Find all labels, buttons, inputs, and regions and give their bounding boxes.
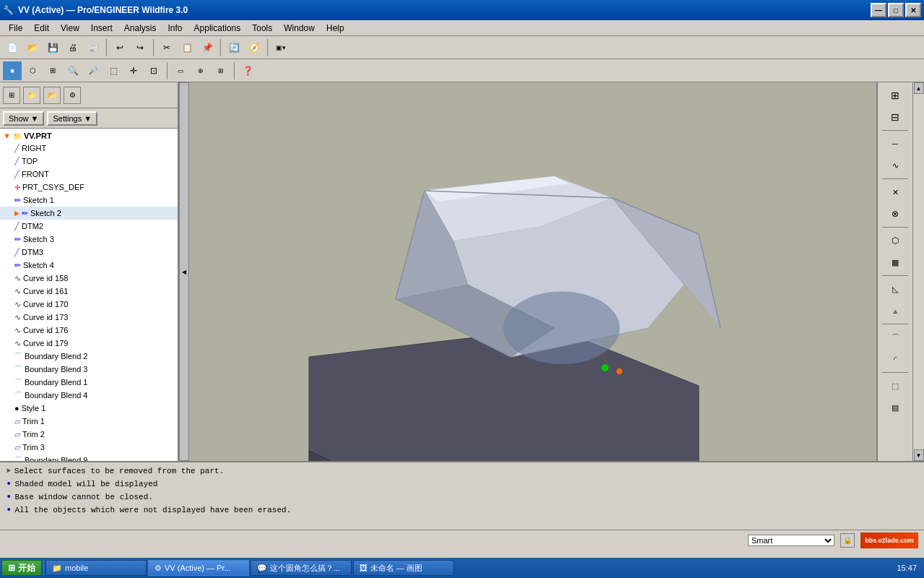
menu-help[interactable]: Help (321, 22, 350, 35)
taskbar-item-paint[interactable]: 🖼 未命名 — 画图 (353, 560, 454, 576)
tree-item-trim3[interactable]: ▱ Trim 3 (0, 441, 178, 454)
zoom-fit-button[interactable]: ⊡ (144, 61, 163, 80)
show-dropdown[interactable]: Show ▼ (3, 111, 44, 126)
shading-button[interactable]: ■ (3, 61, 22, 80)
toolbar2-sep-2 (234, 62, 235, 79)
coord-sys-toggle[interactable]: ⊞ (212, 61, 230, 80)
tree-item-trim2[interactable]: ▱ Trim 2 (0, 428, 178, 441)
cut-button[interactable]: ✂ (157, 38, 176, 57)
right-btn-12[interactable]: ◜ (882, 349, 908, 369)
right-btn-14[interactable]: ▤ (882, 397, 908, 418)
tree-item-curve170[interactable]: ∿ Curve id 170 (0, 298, 178, 311)
settings-dropdown[interactable]: Settings ▼ (47, 111, 97, 126)
tree-item-bb2[interactable]: ⌒ Boundary Blend 2 (0, 350, 178, 363)
wireframe-button[interactable]: ⬡ (23, 61, 42, 80)
tree-item-sketch3[interactable]: ✏ Sketch 3 (0, 233, 178, 246)
tree-label-curve176: Curve id 176 (23, 326, 68, 335)
taskbar-item-mobile[interactable]: 📁 mobile (45, 560, 147, 576)
tree-item-dtm2[interactable]: ╱ DTM2 (0, 220, 178, 233)
menu-tools[interactable]: Tools (246, 22, 278, 35)
tree-icon-btn-4[interactable]: ⚙ (64, 87, 81, 104)
tree-item-right[interactable]: ╱ RIGHT (0, 142, 178, 155)
tree-icon-btn-2[interactable]: 📁 (23, 87, 40, 104)
right-btn-7[interactable]: ⬡ (882, 230, 908, 251)
right-btn-13[interactable]: ⬚ (882, 376, 908, 396)
right-btn-2[interactable]: ⊟ (882, 107, 908, 127)
pan-button[interactable]: ✛ (124, 61, 143, 80)
copy-button[interactable]: 📋 (178, 38, 196, 57)
print2-button[interactable]: 📰 (84, 38, 103, 57)
tree-item-sketch2[interactable]: ▶ ✏ Sketch 2 (0, 207, 178, 220)
orient-button[interactable]: 🧭 (245, 38, 263, 57)
right-btn-1[interactable]: ⊞ (882, 85, 908, 105)
right-sep-1 (882, 130, 908, 131)
sketch-icon: ✏ (14, 235, 21, 244)
tree-item-dtm3[interactable]: ╱ DTM3 (0, 246, 178, 259)
tree-collapse-handle[interactable]: ◀ (179, 82, 189, 461)
menu-insert[interactable]: Insert (85, 22, 118, 35)
menu-analysis[interactable]: Analysis (118, 22, 162, 35)
repaint-button[interactable]: 🔄 (225, 38, 243, 57)
menu-file[interactable]: File (3, 22, 28, 35)
taskbar-item-question[interactable]: 💬 这个圆角怎么搞？... (250, 560, 352, 576)
print-button[interactable]: 🖨 (64, 38, 82, 57)
tree-item-curve158[interactable]: ∿ Curve id 158 (0, 272, 178, 285)
tree-item-curve173[interactable]: ∿ Curve id 173 (0, 311, 178, 324)
tree-item-curve161[interactable]: ∿ Curve id 161 (0, 285, 178, 298)
open-button[interactable]: 📂 (23, 38, 42, 57)
tree-item-csys[interactable]: ✛ PRT_CSYS_DEF (0, 181, 178, 194)
maximize-button[interactable]: □ (888, 3, 904, 17)
right-btn-5[interactable]: ✕ (882, 182, 908, 202)
datum-axis-toggle[interactable]: ⊕ (191, 61, 210, 80)
tree-item-style1[interactable]: ● Style 1 (0, 402, 178, 415)
tree-icon-btn-1[interactable]: ⊞ (3, 87, 20, 104)
zoom-out-button[interactable]: 🔎 (84, 61, 103, 80)
tree-item-bb4[interactable]: ⌒ Boundary Blend 4 (0, 389, 178, 402)
scroll-up[interactable]: ▲ (914, 82, 924, 94)
zoom-area-button[interactable]: ⬚ (104, 61, 123, 80)
root-label: VV.PRT (24, 131, 52, 140)
viewport[interactable] (179, 82, 876, 461)
tree-item-bb1[interactable]: ⌒ Boundary Blend 1 (0, 376, 178, 389)
scroll-down[interactable]: ▼ (914, 449, 924, 461)
menu-info[interactable]: Info (162, 22, 188, 35)
minimize-button[interactable]: — (871, 3, 886, 17)
menu-view[interactable]: View (55, 22, 85, 35)
menu-applications[interactable]: Applications (188, 22, 247, 35)
right-btn-4[interactable]: ∿ (882, 155, 908, 176)
close-button[interactable]: ✕ (905, 3, 921, 17)
right-btn-3[interactable]: ─ (882, 134, 908, 154)
tree-item-sketch4[interactable]: ✏ Sketch 4 (0, 259, 178, 272)
smart-selector[interactable]: Smart (748, 535, 834, 546)
tree-item-curve179[interactable]: ∿ Curve id 179 (0, 337, 178, 350)
menu-window[interactable]: Window (278, 22, 321, 35)
zoom-in-button[interactable]: 🔍 (64, 61, 82, 80)
right-btn-8[interactable]: ▦ (882, 252, 908, 272)
menu-edit[interactable]: Edit (28, 22, 55, 35)
tree-item-trim1[interactable]: ▱ Trim 1 (0, 415, 178, 428)
tree-item-sketch1[interactable]: ✏ Sketch 1 (0, 194, 178, 207)
tree-item-top[interactable]: ╱ TOP (0, 155, 178, 168)
hidden-line-button[interactable]: ⊞ (43, 61, 62, 80)
datum-plane-toggle[interactable]: ▭ (171, 61, 190, 80)
tree-icon-btn-3[interactable]: 📂 (43, 87, 61, 104)
taskbar-item-proengineer[interactable]: ⚙ VV (Active) — Pr... (148, 560, 249, 576)
new-button[interactable]: 📄 (3, 38, 22, 57)
right-btn-10[interactable]: ⟁ (882, 301, 908, 321)
start-button[interactable]: ⊞ 开始 (1, 560, 42, 576)
undo-button[interactable]: ↩ (110, 38, 129, 57)
redo-button[interactable]: ↪ (131, 38, 149, 57)
tree-root[interactable]: ▼ 📁 VV.PRT (0, 130, 178, 142)
right-btn-6[interactable]: ⊗ (882, 204, 908, 224)
tree-item-bb9[interactable]: ⌒ Boundary Blend 9 (0, 454, 178, 461)
help-button[interactable]: ❓ (238, 61, 257, 80)
tree-item-bb3[interactable]: ⌒ Boundary Blend 3 (0, 363, 178, 376)
tree-item-curve176[interactable]: ∿ Curve id 176 (0, 324, 178, 337)
right-btn-9[interactable]: ◺ (882, 279, 908, 299)
tree-item-front[interactable]: ╱ FRONT (0, 168, 178, 181)
save-button[interactable]: 💾 (43, 38, 62, 57)
view-button[interactable]: ▣▾ (271, 38, 290, 57)
viewport-scrollbar-v[interactable]: ▲ ▼ (912, 82, 924, 461)
right-btn-11[interactable]: ⌒ (882, 327, 908, 348)
paste-button[interactable]: 📌 (198, 38, 217, 57)
